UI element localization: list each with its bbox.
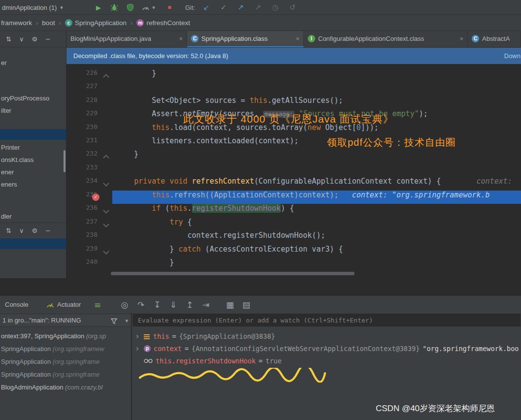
stack-frame-row[interactable]: ontext:397, SpringApplication (org.sp	[1, 330, 106, 342]
layout-grid-icon[interactable]: ▦	[225, 300, 235, 310]
expand-chevron-icon[interactable]: ›	[136, 332, 141, 341]
editor-tab[interactable]: IConfigurableApplicationContext.class×	[304, 31, 468, 48]
panel-divider	[0, 278, 521, 295]
code-line[interactable]: private void refreshContext(Configurable…	[112, 177, 521, 190]
breadcrumb-item[interactable]: boot	[42, 19, 55, 27]
run-with-coverage-button[interactable]	[124, 0, 136, 15]
tab-console[interactable]: Console	[5, 296, 29, 313]
selected-list-row[interactable]	[0, 238, 66, 249]
fold-marker-icon[interactable]	[103, 221, 109, 227]
profiler-chevron-icon[interactable]: ▾	[151, 0, 157, 15]
list-item[interactable]: oryPostProcesso	[1, 94, 49, 103]
code-line[interactable]: }	[112, 150, 521, 163]
hide-icon[interactable]: −	[45, 227, 51, 234]
list-item[interactable]: dler	[1, 212, 12, 222]
list-item[interactable]: eners	[1, 180, 17, 190]
stack-frame-row[interactable]: SpringApplication (org.springframew	[1, 343, 104, 355]
run-configuration-select[interactable]: dminApplication (1) ▾	[2, 0, 63, 15]
breadcrumb-item[interactable]: mrefreshContext	[136, 19, 190, 27]
step-over-icon[interactable]: ↷	[136, 300, 146, 310]
stack-frame-row[interactable]: SpringApplication (org.springframe	[1, 369, 99, 381]
code-line[interactable]: listeners.contextLoaded(context);	[112, 136, 521, 150]
close-icon[interactable]: ×	[459, 35, 463, 42]
code-line[interactable]: } catch (AccessControlException var3) {	[112, 245, 521, 258]
hide-icon[interactable]: −	[45, 35, 51, 43]
debugger-variable-row[interactable]: ›pcontext = {AnnotationConfigServletWebS…	[136, 343, 519, 355]
collapse-all-icon[interactable]: ⇅	[6, 35, 11, 43]
console-layout-icon[interactable]: ▤	[241, 300, 251, 310]
download-link[interactable]: Down	[504, 52, 521, 60]
left-tool-window: ⇅∨⚙− ⇅∨⚙− eroryPostProcessoilterPrintero…	[0, 31, 66, 278]
list-item[interactable]: onsKt.class	[1, 155, 33, 165]
line-number: 239	[86, 245, 98, 252]
horizontal-scrollbar[interactable]	[111, 272, 355, 275]
list-item[interactable]: ilter	[1, 106, 11, 116]
collapse-all-icon[interactable]: ⇅	[6, 227, 11, 234]
debugger-variable-row[interactable]: ›this = {SpringApplication@3838}	[136, 330, 275, 342]
stop-button[interactable]: ■	[163, 0, 175, 15]
expand-chevron-icon[interactable]: ›	[136, 344, 141, 353]
fold-marker-icon[interactable]	[103, 74, 109, 80]
selected-list-row[interactable]	[0, 129, 66, 140]
breadcrumb-item[interactable]: cSpringApplication	[65, 19, 127, 27]
close-icon[interactable]: ×	[179, 35, 183, 42]
debug-button[interactable]	[108, 0, 120, 15]
layout-settings-icon[interactable]: ≡	[93, 300, 102, 310]
push-icon[interactable]: ↗	[235, 3, 246, 12]
frames-panel: 1 in gro..."main": RUNNING ▾ ontext:397,…	[0, 313, 132, 420]
annotation-overlay: 此文收录于 4000 页《尼恩Java 面试宝典》	[183, 112, 394, 126]
settings-gear-icon[interactable]: ⚙	[32, 227, 37, 234]
debugger-variable-row[interactable]: this.registerShutdownHook = true	[136, 355, 282, 367]
run-to-cursor-icon[interactable]: ⇥	[201, 300, 211, 310]
history-icon[interactable]: ◷	[270, 3, 281, 12]
filter-funnel-icon[interactable]	[111, 318, 117, 326]
expand-all-icon[interactable]: ∨	[19, 227, 24, 234]
chevron-down-icon[interactable]: ▾	[125, 318, 128, 324]
fold-marker-icon[interactable]	[103, 207, 109, 214]
code-editor[interactable]: 226 }227228 Set<Object> sources = this.g…	[66, 64, 521, 278]
code-token: (ConfigurableApplicationContext context)…	[254, 177, 445, 186]
update-project-icon[interactable]: ↙	[201, 3, 212, 12]
settings-gear-icon[interactable]: ⚙	[32, 35, 37, 43]
code-line[interactable]	[112, 82, 521, 96]
breakpoint-icon[interactable]: ✓	[92, 194, 99, 201]
line-number: 226	[86, 69, 98, 76]
stack-frame-row[interactable]: BlogAdminApplication (com.crazy.bl	[1, 382, 102, 393]
list-item[interactable]: er	[1, 58, 7, 68]
variable-value: true	[265, 357, 282, 365]
editor-tab[interactable]: BlogMiniAppApplication.java×	[66, 31, 187, 48]
profiler-button[interactable]	[140, 0, 152, 15]
code-line[interactable]	[112, 163, 521, 177]
code-line[interactable]: }	[112, 69, 521, 82]
step-out-icon[interactable]: ↥	[185, 300, 195, 310]
list-item[interactable]: Printer	[1, 143, 20, 153]
threads-dropdown[interactable]: 1 in gro..."main": RUNNING ▾	[0, 314, 132, 327]
code-line[interactable]: if (this.registerShutdownHook) {	[112, 204, 521, 217]
code-line[interactable]: context.registerShutdownHook();	[112, 231, 521, 244]
gutter-row: 228	[66, 96, 112, 109]
expand-all-icon[interactable]: ∨	[19, 35, 24, 43]
show-execution-point-icon[interactable]: ◎	[120, 300, 130, 310]
fold-marker-icon[interactable]	[103, 248, 109, 255]
breadcrumb-item[interactable]: framework	[1, 19, 32, 27]
tab-actuator[interactable]: Actuator	[46, 296, 81, 313]
fold-marker-icon[interactable]	[103, 180, 109, 187]
code-line[interactable]: }	[112, 258, 521, 271]
code-line[interactable]: try {	[112, 218, 521, 231]
step-into-icon[interactable]: ↧	[152, 300, 162, 310]
stack-frame-row[interactable]: SpringApplication (org.springframe	[1, 356, 99, 368]
cherry-pick-icon[interactable]: ↗	[253, 3, 263, 12]
force-step-into-icon[interactable]: ⇓	[168, 300, 178, 310]
fold-marker-icon[interactable]	[103, 155, 109, 161]
rollback-icon[interactable]: ↺	[287, 3, 298, 12]
sidebar-scrollbar[interactable]	[64, 150, 65, 172]
editor-tab[interactable]: CAbstractA	[468, 31, 521, 48]
commit-icon[interactable]: ✓	[218, 3, 229, 12]
code-line[interactable]: this.refresh((ApplicationContext)context…	[112, 191, 521, 204]
close-icon[interactable]: ×	[295, 35, 299, 42]
run-button[interactable]: ▶	[93, 0, 104, 15]
evaluate-expression-input[interactable]	[133, 314, 521, 326]
list-item[interactable]: ener	[1, 167, 14, 177]
editor-tab[interactable]: CSpringApplication.class×	[187, 31, 304, 48]
code-line[interactable]: Set<Object> sources = this.getAllSources…	[112, 96, 521, 109]
